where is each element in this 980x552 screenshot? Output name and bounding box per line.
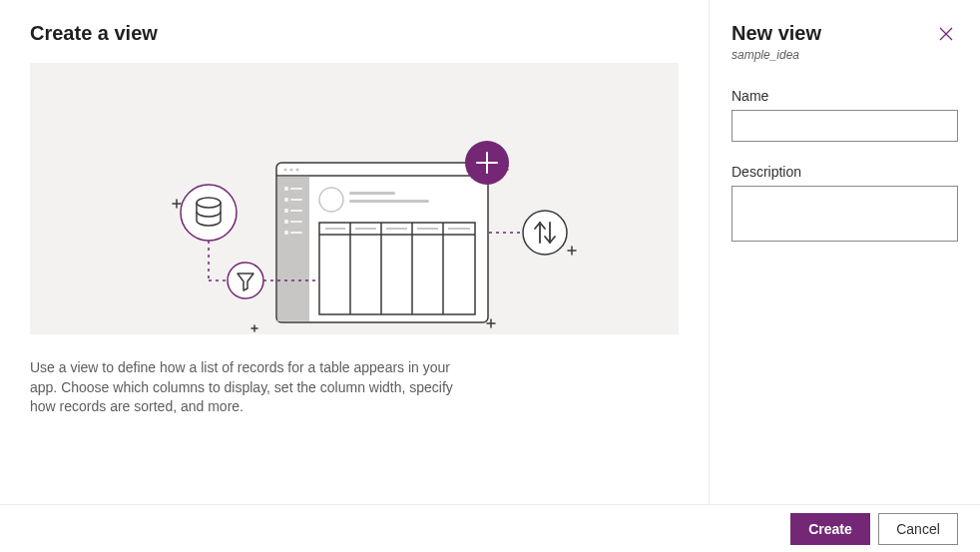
svg-point-12 — [283, 168, 286, 171]
svg-point-13 — [289, 168, 292, 171]
svg-rect-16 — [284, 187, 288, 191]
view-illustration-svg — [30, 63, 679, 334]
svg-rect-18 — [284, 198, 288, 202]
svg-point-43 — [523, 211, 567, 255]
page-title: Create a view — [30, 22, 689, 45]
name-label: Name — [732, 88, 958, 104]
svg-point-47 — [181, 185, 237, 241]
svg-rect-25 — [290, 232, 302, 234]
description-input[interactable] — [732, 186, 958, 242]
svg-rect-17 — [290, 188, 302, 190]
description-label: Description — [732, 164, 958, 180]
svg-point-14 — [295, 168, 298, 171]
svg-rect-27 — [349, 192, 395, 195]
svg-rect-19 — [290, 199, 302, 201]
svg-rect-20 — [284, 209, 288, 213]
page-description: Use a view to define how a list of recor… — [30, 358, 469, 417]
svg-rect-15 — [277, 177, 309, 321]
footer-bar: Create Cancel — [0, 504, 980, 552]
close-icon — [938, 26, 954, 42]
entity-name: sample_idea — [732, 48, 958, 62]
illustration — [30, 63, 679, 334]
name-input[interactable] — [732, 110, 958, 142]
svg-rect-29 — [319, 223, 475, 314]
left-pane: Create a view — [0, 0, 709, 552]
cancel-button[interactable]: Cancel — [878, 513, 958, 545]
panel-title: New view — [732, 22, 821, 45]
create-button[interactable]: Create — [790, 513, 870, 545]
close-button[interactable] — [934, 22, 958, 46]
svg-point-49 — [228, 263, 263, 298]
svg-rect-23 — [290, 221, 302, 223]
svg-rect-22 — [284, 220, 288, 224]
svg-rect-21 — [290, 210, 302, 212]
right-pane: New view sample_idea Name Description — [709, 0, 980, 552]
svg-rect-24 — [284, 231, 288, 235]
svg-rect-28 — [349, 200, 429, 203]
